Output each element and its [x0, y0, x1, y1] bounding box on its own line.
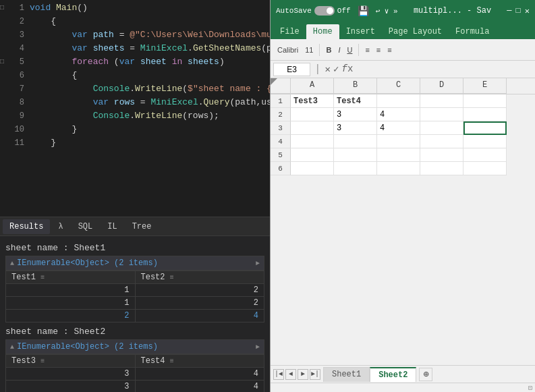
cell-e1[interactable] [463, 94, 507, 108]
cell-a6[interactable] [291, 162, 334, 175]
line-content-2: { [30, 15, 270, 28]
col-header-b[interactable]: B [334, 78, 377, 94]
sheet-nav-prev[interactable]: ◄ [285, 369, 296, 380]
sheet-tab-sheet1[interactable]: Sheet1 [323, 367, 370, 382]
row-header-3[interactable]: 3 [271, 121, 291, 135]
line-number-7: 7 [9, 82, 30, 96]
cell-d5[interactable] [420, 148, 463, 162]
cell-d4[interactable] [420, 135, 463, 148]
toolbar-sep-1 [319, 44, 320, 56]
cell-a2[interactable] [291, 108, 334, 121]
cancel-formula-icon[interactable]: ✕ [325, 63, 331, 75]
collapse-icon-5[interactable]: □ [0, 55, 9, 69]
line-content-10: } [30, 123, 270, 136]
col-header-c[interactable]: C [377, 78, 420, 94]
maximize-icon[interactable]: □ [516, 6, 521, 16]
cell-c4[interactable] [377, 135, 420, 148]
cell-d1[interactable] [420, 94, 463, 108]
cell-e2[interactable] [463, 108, 507, 121]
cell-reference-input[interactable] [273, 63, 310, 76]
horizontal-scrollbar[interactable]: ⊡ [271, 383, 535, 392]
arrow-right-icon-2: ► [256, 343, 260, 351]
toolbar-italic[interactable]: I [335, 45, 343, 55]
tab-tree[interactable]: Tree [125, 219, 159, 234]
ribbon-tab-insert[interactable]: Insert [339, 24, 382, 39]
col-header-e[interactable]: E [463, 78, 507, 94]
cell-c2[interactable]: 4 [377, 108, 420, 121]
cell-c3[interactable]: 4 [377, 121, 420, 135]
sheet-tab-sheet2[interactable]: Sheet2 [370, 367, 416, 382]
cell-b1[interactable]: Test4 [334, 94, 377, 108]
sheet2-header-text: IEnumerable<Object> (2 items) [17, 342, 158, 352]
row-header-6[interactable]: 6 [271, 162, 291, 175]
cell-c5[interactable] [377, 148, 420, 162]
cell-b5[interactable] [334, 148, 377, 162]
cell-c1[interactable] [377, 94, 420, 108]
sheet1-col2-header: Test2 ≡ [135, 271, 264, 284]
cell-a3[interactable] [291, 121, 334, 135]
undo-btn[interactable]: ↩ ∨ » [376, 7, 398, 16]
minimize-icon[interactable]: ─ [507, 6, 511, 16]
confirm-formula-icon[interactable]: ✓ [333, 63, 339, 75]
col-header-a[interactable]: A [291, 78, 334, 94]
ribbon-tab-formula[interactable]: Formula [449, 24, 496, 39]
row-header-2[interactable]: 2 [271, 108, 291, 121]
sheet-nav-next[interactable]: ► [298, 369, 308, 380]
toolbar-fontsize[interactable]: 11 [302, 45, 316, 55]
sheet1-ienumerable-header[interactable]: ▲ IEnumerable<Object> (2 items) ► [5, 256, 264, 271]
cell-a4[interactable] [291, 135, 334, 148]
select-all-icon[interactable] [271, 78, 291, 90]
cell-a1[interactable]: Test3 [291, 94, 334, 108]
cell-b4[interactable] [334, 135, 377, 148]
ribbon-tab-pagelayout[interactable]: Page Layout [382, 24, 449, 39]
close-icon[interactable]: ✕ [525, 6, 530, 16]
save-icon[interactable]: 💾 [358, 5, 369, 17]
sheet1-r3-c2: 4 [135, 310, 264, 323]
col-header-d[interactable]: D [420, 78, 463, 94]
add-sheet-button[interactable]: ⊕ [419, 368, 432, 381]
cell-a5[interactable] [291, 148, 334, 162]
sheet1-r2-c1: 1 [6, 297, 136, 310]
cell-c6[interactable] [377, 162, 420, 175]
cell-e5[interactable] [463, 148, 507, 162]
sheet-nav-last[interactable]: ►| [310, 369, 320, 380]
toolbar-align-center[interactable]: ≡ [374, 45, 383, 55]
cell-e6[interactable] [463, 162, 507, 175]
toolbar-align-left[interactable]: ≡ [362, 45, 372, 55]
cell-e3[interactable] [463, 121, 507, 135]
insert-function-icon[interactable]: fx [341, 63, 353, 75]
row-header-1[interactable]: 1 [271, 94, 291, 108]
collapse-icon-1[interactable]: □ [0, 1, 9, 15]
line-content-3: var path = @"C:\Users\Wei\Downloads\mult… [30, 28, 270, 42]
cell-e4[interactable] [463, 135, 507, 148]
sheet2-col2-header: Test4 ≡ [135, 355, 264, 368]
row-header-5[interactable]: 5 [271, 148, 291, 162]
cell-d3[interactable] [420, 121, 463, 135]
code-line-8: 8 var rows = MiniExcel.Query(path,useHea… [0, 96, 270, 109]
autosave-toggle[interactable] [314, 6, 335, 16]
cell-b3[interactable]: 3 [334, 121, 377, 135]
sheet2-ienumerable-header[interactable]: ▲ IEnumerable<Object> (2 items) ► [5, 339, 264, 354]
tab-sql[interactable]: SQL [72, 219, 100, 234]
cell-b2[interactable]: 3 [334, 108, 377, 121]
cell-d6[interactable] [420, 162, 463, 175]
formula-input[interactable] [356, 63, 532, 76]
toolbar-underline[interactable]: U [344, 45, 355, 55]
line-number-5: 5 [9, 55, 30, 69]
ribbon-tab-home[interactable]: Home [306, 24, 339, 39]
cell-d2[interactable] [420, 108, 463, 121]
sheet2-r2-c2: 4 [135, 381, 264, 393]
sheet2-r2-c1: 3 [6, 381, 136, 393]
sheet-nav-first[interactable]: |◄ [273, 369, 284, 380]
toolbar-font[interactable]: Calibri [275, 45, 301, 55]
toolbar-align-right[interactable]: ≡ [385, 45, 394, 55]
row-header-4[interactable]: 4 [271, 135, 291, 148]
tab-il[interactable]: IL [101, 219, 123, 234]
ribbon-tab-file[interactable]: File [273, 24, 306, 39]
sheet-tabs-bar: |◄ ◄ ► ►| Sheet1 Sheet2 ⊕ [271, 365, 535, 383]
cell-b6[interactable] [334, 162, 377, 175]
line-number-4: 4 [9, 42, 30, 55]
tab-lambda[interactable]: λ [51, 219, 69, 234]
toolbar-bold[interactable]: B [323, 45, 334, 55]
tab-results[interactable]: Results [3, 219, 50, 234]
